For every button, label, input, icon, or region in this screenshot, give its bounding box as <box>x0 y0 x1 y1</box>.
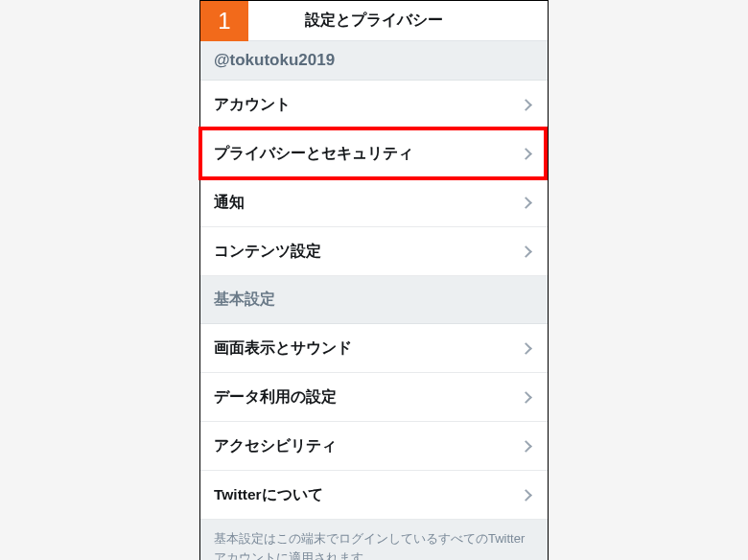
chevron-right-icon <box>520 391 532 404</box>
chevron-right-icon <box>520 440 532 453</box>
menu-item-label: 画面表示とサウンド <box>214 338 352 359</box>
page-header: 設定とプライバシー <box>200 1 548 41</box>
chevron-right-icon <box>520 99 532 111</box>
menu-item-content-settings[interactable]: コンテンツ設定 <box>200 227 548 276</box>
section-title: 基本設定 <box>214 291 275 307</box>
step-badge: 1 <box>200 1 248 41</box>
chevron-right-icon <box>520 148 532 160</box>
menu-item-label: プライバシーとセキュリティ <box>214 144 413 164</box>
menu-item-data-usage[interactable]: データ利用の設定 <box>200 373 548 422</box>
menu-item-label: Twitterについて <box>214 485 323 505</box>
page-title: 設定とプライバシー <box>305 11 443 31</box>
menu-item-display-sound[interactable]: 画面表示とサウンド <box>200 324 548 373</box>
account-section-header: @tokutoku2019 <box>200 41 548 81</box>
menu-item-privacy-security[interactable]: プライバシーとセキュリティ <box>200 129 548 178</box>
footer-note-text: 基本設定はこの端末でログインしているすべてのTwitterアカウントに適用されま… <box>214 531 525 560</box>
menu-item-about-twitter[interactable]: Twitterについて <box>200 471 548 520</box>
chevron-right-icon <box>520 489 532 502</box>
footer-note: 基本設定はこの端末でログインしているすべてのTwitterアカウントに適用されま… <box>200 520 548 560</box>
menu-item-account[interactable]: アカウント <box>200 81 548 129</box>
basic-settings-section-header: 基本設定 <box>200 276 548 324</box>
menu-item-label: コンテンツ設定 <box>214 242 321 262</box>
menu-item-label: データ利用の設定 <box>214 387 337 408</box>
chevron-right-icon <box>520 197 532 209</box>
menu-item-accessibility[interactable]: アクセシビリティ <box>200 422 548 471</box>
menu-item-label: アカウント <box>214 95 291 115</box>
settings-screen: 1 設定とプライバシー @tokutoku2019 アカウント プライバシーとセ… <box>199 0 549 560</box>
menu-item-label: アクセシビリティ <box>214 436 337 456</box>
menu-item-notifications[interactable]: 通知 <box>200 178 548 227</box>
menu-item-label: 通知 <box>214 193 245 213</box>
chevron-right-icon <box>520 245 532 258</box>
account-handle: @tokutoku2019 <box>214 51 335 69</box>
chevron-right-icon <box>520 342 532 355</box>
